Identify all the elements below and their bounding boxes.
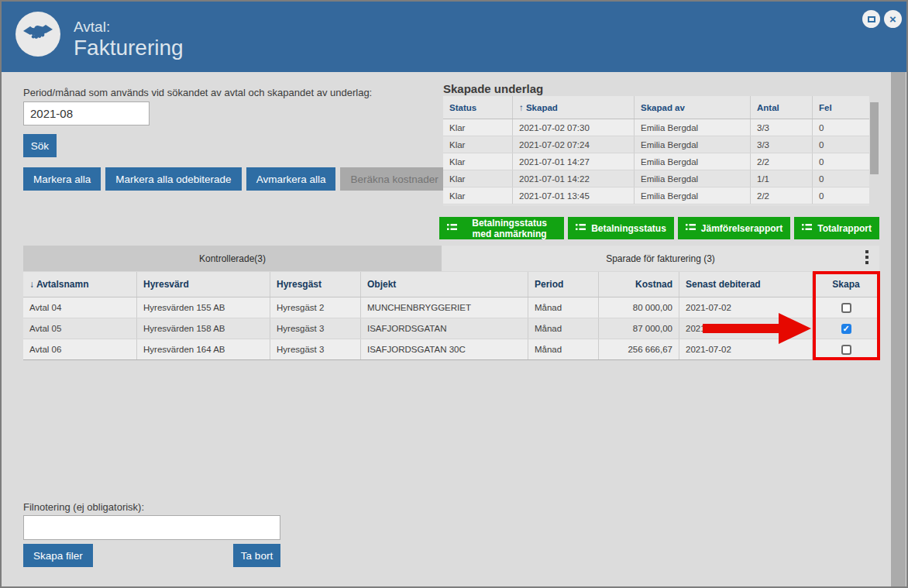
cell-avtalsnamn: Avtal 05	[23, 318, 137, 339]
app-logo	[15, 12, 60, 57]
page-title: Avtal: Fakturering	[74, 19, 184, 60]
created-bases-row[interactable]: Klar 2021-07-01 13:45 Emilia Bergdal 2/2…	[443, 187, 869, 205]
contract-row[interactable]: Avtal 06 Hyresvärden 164 AB Hyresgäst 3 …	[23, 339, 879, 360]
page-title-top: Avtal:	[74, 19, 184, 36]
column-header-avtalsnamn[interactable]: ↓ Avtalsnamn	[23, 272, 137, 297]
app-header: Avtal: Fakturering ×	[2, 2, 906, 72]
cell-period: Månad	[528, 339, 599, 359]
button-label: Betalningsstatus	[591, 223, 666, 234]
skapa-checkbox[interactable]	[841, 303, 851, 313]
created-bases-header-row: Status ↑ Skapad Skapad av Antal Fel	[443, 96, 869, 119]
payment-status-remark-button[interactable]: Betalningsstatus med anmärkning	[439, 217, 564, 239]
column-header-antal[interactable]: Antal	[751, 96, 813, 119]
window-scrollbar-track[interactable]	[891, 72, 906, 588]
contracts-table: ↓ Avtalsnamn Hyresvärd Hyresgäst Objekt …	[23, 271, 879, 360]
created-bases-title: Skapade underlag	[443, 82, 543, 95]
cell-objekt: ISAFJORDSGATAN	[361, 318, 528, 339]
column-header-skapad[interactable]: ↑ Skapad	[513, 96, 635, 119]
unmark-all-button[interactable]: Avmarkera alla	[246, 167, 336, 191]
contracts-header-row: ↓ Avtalsnamn Hyresvärd Hyresgäst Objekt …	[23, 271, 879, 297]
created-bases-row[interactable]: Klar 2021-07-02 07:30 Emilia Bergdal 3/3…	[443, 119, 869, 136]
cell-status: Klar	[443, 170, 513, 187]
handshake-icon	[23, 22, 53, 46]
cell-period: Månad	[528, 318, 599, 339]
column-header-hyresgast[interactable]: Hyresgäst	[270, 272, 361, 297]
cell-kostnad: 80 000,00	[599, 297, 679, 318]
cell-avtalsnamn: Avtal 06	[23, 339, 137, 359]
restore-window-button[interactable]	[862, 10, 880, 28]
column-header-period[interactable]: Period	[528, 272, 599, 297]
list-icon	[447, 223, 457, 234]
created-bases-scrollbar[interactable]	[869, 96, 879, 205]
cell-created: 2021-07-01 14:22	[513, 170, 635, 187]
created-bases-row[interactable]: Klar 2021-07-02 07:24 Emilia Bergdal 3/3…	[443, 136, 869, 153]
column-header-kostnad[interactable]: Kostnad	[599, 272, 679, 297]
close-icon: ×	[889, 13, 896, 25]
column-header-fel[interactable]: Fel	[813, 96, 869, 119]
tab-bar: Kontrollerade(3) Sparade för fakturering…	[23, 246, 879, 271]
column-header-senast-debiterad[interactable]: Senast debiterad	[679, 272, 813, 297]
list-icon	[576, 223, 586, 234]
remove-button[interactable]: Ta bort	[233, 544, 280, 567]
created-bases-row[interactable]: Klar 2021-07-01 14:22 Emilia Bergdal 1/1…	[443, 170, 869, 187]
cell-kostnad: 87 000,00	[599, 318, 679, 339]
cell-errors: 0	[813, 170, 869, 187]
button-label: Betalningsstatus med anmärkning	[463, 218, 556, 239]
cell-created-by: Emilia Bergdal	[635, 153, 751, 170]
column-header-skapad-av[interactable]: Skapad av	[635, 96, 751, 119]
report-button-row: Betalningsstatus med anmärkning Betalnin…	[439, 217, 879, 239]
cell-created-by: Emilia Bergdal	[635, 136, 751, 153]
search-button[interactable]: Sök	[23, 134, 57, 157]
column-header-skapa[interactable]: Skapa	[813, 272, 879, 297]
cell-created-by: Emilia Bergdal	[635, 119, 751, 136]
cell-senast-debiterad: 2021-07-02	[679, 339, 813, 359]
button-label: Totalrapport	[817, 223, 872, 234]
tab-sparade-for-fakturering[interactable]: Sparade för fakturering (3)	[442, 246, 879, 271]
scrollbar-thumb[interactable]	[870, 102, 879, 174]
cell-hyresgast: Hyresgäst 3	[270, 318, 361, 339]
cell-kostnad: 256 666,67	[599, 339, 679, 359]
tab-kontrollerade[interactable]: Kontrollerade(3)	[23, 246, 442, 271]
cell-created: 2021-07-01 14:27	[513, 153, 635, 170]
column-header-hyresvard[interactable]: Hyresvärd	[137, 272, 270, 297]
cell-hyresvard: Hyresvärden 155 AB	[137, 297, 270, 318]
kebab-menu-icon[interactable]	[865, 250, 868, 264]
selection-button-row: Markera alla Markera alla odebiterade Av…	[23, 167, 449, 191]
total-report-button[interactable]: Totalrapport	[794, 217, 879, 239]
cell-senast-debiterad: 2021-07-02	[679, 297, 813, 318]
cell-created: 2021-07-02 07:30	[513, 119, 635, 136]
mark-all-button[interactable]: Markera alla	[23, 167, 101, 191]
period-input[interactable]	[23, 101, 150, 126]
column-header-status[interactable]: Status	[443, 96, 513, 119]
comparison-report-button[interactable]: Jämförelserapport	[678, 217, 790, 239]
cell-hyresvard: Hyresvärden 158 AB	[137, 318, 270, 339]
cell-created: 2021-07-02 07:24	[513, 136, 635, 153]
cell-errors: 0	[813, 153, 869, 170]
skapa-checkbox[interactable]	[841, 324, 851, 334]
cell-hyresgast: Hyresgäst 2	[270, 297, 361, 318]
close-window-button[interactable]: ×	[884, 10, 902, 28]
cell-count: 1/1	[751, 170, 813, 187]
list-icon	[686, 223, 696, 234]
cell-hyresvard: Hyresvärden 164 AB	[137, 339, 270, 359]
cell-count: 2/2	[751, 187, 813, 204]
created-bases-row[interactable]: Klar 2021-07-01 14:27 Emilia Bergdal 2/2…	[443, 153, 869, 170]
cell-created-by: Emilia Bergdal	[635, 170, 751, 187]
create-files-button[interactable]: Skapa filer	[23, 544, 93, 567]
skapa-checkbox[interactable]	[841, 345, 851, 355]
created-bases-table: Status ↑ Skapad Skapad av Antal Fel Klar…	[443, 96, 879, 205]
calculate-costs-button[interactable]: Beräkna kostnader	[340, 167, 448, 191]
file-note-input[interactable]	[23, 515, 280, 540]
column-header-objekt[interactable]: Objekt	[361, 272, 528, 297]
cell-status: Klar	[443, 119, 513, 136]
cell-avtalsnamn: Avtal 04	[23, 297, 137, 318]
mark-all-unbilled-button[interactable]: Markera alla odebiterade	[105, 167, 241, 191]
contract-row[interactable]: Avtal 04 Hyresvärden 155 AB Hyresgäst 2 …	[23, 297, 879, 318]
tab-label: Sparade för fakturering (3)	[606, 253, 715, 264]
file-note-label: Filnotering (ej obligatorisk):	[23, 501, 144, 513]
payment-status-button[interactable]: Betalningsstatus	[568, 217, 674, 239]
cell-errors: 0	[813, 187, 869, 204]
contract-row[interactable]: Avtal 05 Hyresvärden 158 AB Hyresgäst 3 …	[23, 318, 879, 339]
app-window: Avtal: Fakturering × Period/månad som an…	[0, 0, 908, 588]
cell-errors: 0	[813, 136, 869, 153]
